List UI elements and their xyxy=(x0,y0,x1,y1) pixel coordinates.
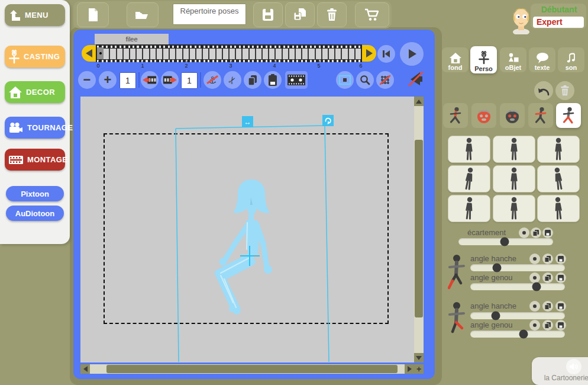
scale-handle[interactable]: ↔ xyxy=(242,116,253,127)
tab-son[interactable]: son xyxy=(558,47,584,72)
clear-button[interactable] xyxy=(555,81,574,100)
leg-b-hip-save-button[interactable] xyxy=(555,301,566,312)
frame-back-button[interactable] xyxy=(141,71,159,89)
frame-preview-button[interactable] xyxy=(285,71,308,89)
scroll-right-button[interactable] xyxy=(405,364,414,374)
sidebar-item-menu[interactable]: MENU xyxy=(5,4,65,26)
pose-thumb-5[interactable] xyxy=(493,165,535,192)
level-expert[interactable]: Expert xyxy=(533,17,584,28)
tab-texte[interactable]: texte xyxy=(529,47,555,72)
sidebar-item-pixtoon[interactable]: Pixtoon xyxy=(6,186,64,201)
play-button[interactable] xyxy=(400,42,424,66)
spacing-slider[interactable] xyxy=(458,238,553,245)
leg-b-knee-save-button[interactable] xyxy=(555,320,566,331)
sidebar-item-montage[interactable]: MONTAGE xyxy=(5,149,65,171)
anchor-off-button[interactable]: ⚓ xyxy=(203,71,221,89)
pose-thumb-9[interactable] xyxy=(537,195,580,222)
timeline-prev-button[interactable] xyxy=(82,45,96,62)
sidebar-item-casting[interactable]: CASTING xyxy=(5,46,65,68)
char-variant-body[interactable] xyxy=(443,103,468,128)
leg-b-knee-slider[interactable] xyxy=(470,331,565,338)
overlay-off-button[interactable] xyxy=(407,70,425,88)
leg-a-knee-slider[interactable] xyxy=(470,283,565,290)
spacing-save-button[interactable] xyxy=(542,227,553,238)
sidebar-item-decor[interactable]: DECOR xyxy=(5,81,65,103)
leg-b-knee-slider-thumb[interactable] xyxy=(519,330,528,339)
pose-repertoire-dropdown[interactable]: Répertoire poses xyxy=(173,4,246,25)
sound-toggle-button[interactable] xyxy=(566,359,581,374)
new-file-button[interactable] xyxy=(77,2,109,27)
user-avatar[interactable] xyxy=(509,1,534,34)
char-variant-face-red[interactable] xyxy=(471,103,496,128)
delete-button[interactable] xyxy=(317,2,347,27)
save-as-button[interactable] xyxy=(285,2,315,27)
copy-button[interactable] xyxy=(244,71,261,89)
canvas-zoom-plus-button[interactable]: + xyxy=(414,364,424,374)
frame-forward-button[interactable] xyxy=(161,71,179,89)
playhead-frame[interactable] xyxy=(97,47,104,59)
cut-button[interactable]: ✂ xyxy=(224,71,241,89)
pose-thumb-1[interactable] xyxy=(448,136,490,163)
timeline-filmstrip[interactable] xyxy=(96,44,362,62)
character-figure[interactable] xyxy=(80,97,414,362)
pose-thumb-3[interactable] xyxy=(537,136,580,163)
spacing-reset-button[interactable] xyxy=(519,227,529,238)
open-file-button[interactable] xyxy=(127,2,159,27)
animation-canvas[interactable]: ↔ xyxy=(80,97,414,362)
leg-a-hip-slider[interactable] xyxy=(470,264,565,271)
leg-a-hip-save-button[interactable] xyxy=(555,254,566,264)
leg-a-hip-slider-thumb[interactable] xyxy=(492,264,501,272)
undo-button[interactable] xyxy=(534,81,553,100)
leg-b-knee-reset-button[interactable] xyxy=(529,320,540,331)
sidebar-item-tournage[interactable]: TOURNAGE xyxy=(5,117,65,139)
paste-button[interactable] xyxy=(264,71,282,89)
pose-thumb-4[interactable] xyxy=(448,165,490,192)
leg-a-hip-copy-button[interactable] xyxy=(542,254,553,264)
selection-frame-button[interactable] xyxy=(336,71,354,89)
leg-b-hip-copy-button[interactable] xyxy=(542,301,553,312)
tab-fond[interactable]: fond xyxy=(442,47,469,72)
timeline-tick: 4 xyxy=(273,63,276,69)
leg-b-hip-reset-button[interactable] xyxy=(529,301,540,312)
scene-name-tab[interactable]: filee xyxy=(95,34,169,44)
leg-b-hip-slider-thumb[interactable] xyxy=(492,312,500,320)
leg-b-hip-slider[interactable] xyxy=(470,312,565,319)
char-variant-face-dark[interactable] xyxy=(500,103,525,128)
tab-objet[interactable]: oBjet xyxy=(500,47,526,72)
scroll-down-button[interactable] xyxy=(414,353,424,362)
leg-b-knee-copy-button[interactable] xyxy=(542,320,553,331)
frame-step-input[interactable] xyxy=(181,72,198,89)
h-scroll-thumb[interactable] xyxy=(106,365,398,373)
leg-a-knee-save-button[interactable] xyxy=(555,272,566,283)
zoom-in-button[interactable]: + xyxy=(99,71,117,89)
zoom-tool-button[interactable] xyxy=(356,71,374,89)
zoom-level-input[interactable] xyxy=(119,72,136,89)
pose-thumb-7[interactable] xyxy=(448,195,490,222)
leg-a-knee-slider-thumb[interactable] xyxy=(532,283,541,291)
pose-thumb-2[interactable] xyxy=(493,136,535,163)
dot-icon xyxy=(533,304,537,308)
pose-thumb-6[interactable] xyxy=(537,165,580,192)
scroll-left-button[interactable] xyxy=(80,364,90,374)
grid-off-button[interactable] xyxy=(376,71,394,89)
spacing-slider-thumb[interactable] xyxy=(500,238,509,246)
timeline-next-button[interactable] xyxy=(362,45,376,62)
char-variant-arms[interactable] xyxy=(528,103,553,128)
zoom-out-button[interactable]: − xyxy=(78,71,96,89)
leg-a-knee-copy-button[interactable] xyxy=(542,272,553,283)
skip-to-start-button[interactable] xyxy=(377,45,395,63)
scroll-up-button[interactable] xyxy=(414,97,424,106)
shop-cart-button[interactable] xyxy=(355,2,389,27)
spacing-copy-button[interactable] xyxy=(531,227,541,238)
v-scroll-thumb[interactable] xyxy=(415,140,423,317)
rotate-handle[interactable] xyxy=(322,115,334,126)
pose-thumb-8[interactable] xyxy=(493,195,535,222)
leg-a-knee-reset-button[interactable] xyxy=(529,272,540,283)
char-variant-legs[interactable] xyxy=(556,103,581,128)
sidebar-item-audiotoon[interactable]: AuDiotoon xyxy=(6,206,64,221)
sidebar-decor-label: DECOR xyxy=(26,88,55,97)
level-beginner[interactable]: Débutant xyxy=(535,5,583,14)
tab-perso[interactable]: Perso xyxy=(470,46,497,73)
leg-a-hip-reset-button[interactable] xyxy=(529,254,540,264)
save-button[interactable] xyxy=(253,2,283,27)
